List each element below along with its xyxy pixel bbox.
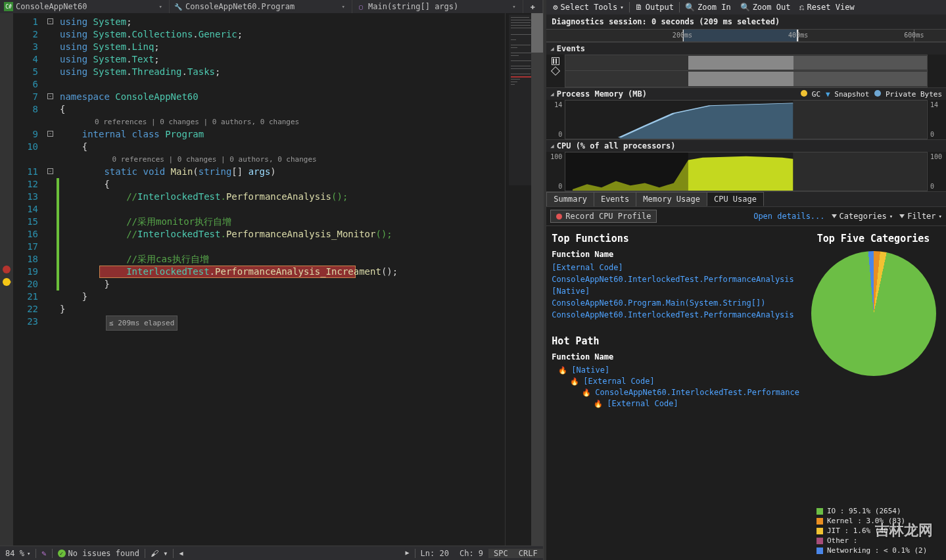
filter-dropdown[interactable]: Filter▾ xyxy=(899,212,942,221)
memory-section: ◢Process Memory (MB) GC ▼ Snapshot Priva… xyxy=(546,87,946,139)
split-editor-button[interactable]: ✚ xyxy=(523,0,543,13)
svg-rect-4 xyxy=(565,152,688,191)
function-link[interactable]: ConsoleAppNet60.InterlockedTest.Performa… xyxy=(595,388,799,397)
zoom-in-icon: 🔍 xyxy=(685,3,695,12)
memory-chart[interactable] xyxy=(565,100,928,139)
privatebytes-swatch-icon xyxy=(874,90,881,97)
record-icon xyxy=(556,214,562,220)
breadcrumb-class-label: ConsoleAppNet60.Program xyxy=(185,2,295,11)
status-bar: 84 %▾ ✎ ✓No issues found 🖌 ▾ ◀ ▶ Ln: 20 … xyxy=(0,546,543,560)
output-button[interactable]: 🗎Output xyxy=(631,1,678,13)
breakpoint-event-icon[interactable] xyxy=(551,66,560,76)
gear-icon: ⚙ xyxy=(553,3,557,12)
zoom-level[interactable]: 84 %▾ xyxy=(0,546,35,560)
current-statement-marker[interactable] xyxy=(3,278,11,286)
function-link[interactable]: [External Code] xyxy=(607,399,678,408)
funnel-icon xyxy=(899,214,905,218)
chevron-down-icon[interactable]: ▾ xyxy=(509,3,518,10)
breadcrumb-class[interactable]: 🔧 ConsoleAppNet60.Program ▾ xyxy=(170,0,352,13)
legend-swatch xyxy=(816,538,823,544)
categories-pie-chart[interactable] xyxy=(811,251,936,376)
open-details-link[interactable]: Open details... xyxy=(753,212,824,221)
gc-swatch-icon xyxy=(801,90,807,97)
csharp-file-icon: C# xyxy=(4,2,13,11)
collapse-icon[interactable]: ◢ xyxy=(550,91,554,97)
hot-path-row[interactable]: 🔥[External Code] xyxy=(552,377,799,386)
svg-marker-1 xyxy=(620,103,793,139)
chevron-down-icon[interactable]: ▾ xyxy=(156,3,165,10)
zoom-in-button[interactable]: 🔍Zoom In xyxy=(681,1,735,13)
overview-ruler[interactable]: ▾ xyxy=(505,13,543,546)
code-area[interactable]: 1234567891011121314151617181920212223 --… xyxy=(0,13,543,546)
diagnostics-pane: ⚙Select Tools▾ 🗎Output 🔍Zoom In 🔍Zoom Ou… xyxy=(546,0,946,560)
hot-path-row[interactable]: 🔥[External Code] xyxy=(552,399,799,408)
svg-rect-0 xyxy=(793,101,927,139)
pause-icon[interactable] xyxy=(552,57,559,65)
hot-path-row[interactable]: 🔥[Native] xyxy=(552,365,799,375)
tab-events[interactable]: Events xyxy=(594,192,636,206)
feedback-icon[interactable]: ✎ xyxy=(36,546,51,560)
hot-path-row[interactable]: 🔥ConsoleAppNet60.InterlockedTest.Perform… xyxy=(552,388,799,397)
function-link[interactable]: ConsoleAppNet60.InterlockedTest.Performa… xyxy=(552,275,799,284)
vertical-scrollbar-thumb[interactable] xyxy=(531,13,543,53)
scroll-right-icon[interactable]: ▶ xyxy=(400,549,415,556)
watermark: 吉林龙网 xyxy=(875,521,933,540)
cursor-line[interactable]: Ln: 20 xyxy=(415,549,454,558)
legend-swatch xyxy=(816,528,823,534)
diag-timeline[interactable]: 200ms 400ms 600ms xyxy=(546,29,946,42)
function-link[interactable]: [External Code] xyxy=(583,377,654,386)
issues-status[interactable]: ✓No issues found xyxy=(53,546,145,560)
tab-summary[interactable]: Summary xyxy=(546,192,594,206)
function-name-header[interactable]: Function Name xyxy=(552,250,799,259)
events-lane[interactable] xyxy=(565,55,928,87)
events-section: ◢Events xyxy=(546,42,946,87)
record-cpu-button[interactable]: Record CPU Profile xyxy=(550,210,657,223)
categories-dropdown[interactable]: Categories▾ xyxy=(832,212,893,221)
brush-icon[interactable]: 🖌 ▾ xyxy=(145,546,173,560)
diag-tabs: Summary Events Memory Usage CPU Usage xyxy=(546,191,946,207)
method-icon: ▢ xyxy=(356,2,366,11)
zoom-out-icon: 🔍 xyxy=(740,3,750,12)
diag-toolbar: ⚙Select Tools▾ 🗎Output 🔍Zoom In 🔍Zoom Ou… xyxy=(546,0,946,14)
line-ending[interactable]: CRLF xyxy=(513,549,543,558)
events-label: Events xyxy=(557,44,585,53)
fold-gutter[interactable]: ---- xyxy=(46,13,57,546)
flame-icon: 🔥 xyxy=(594,400,603,408)
flame-icon: 🔥 xyxy=(558,366,567,375)
legend-swatch xyxy=(816,518,823,525)
function-link[interactable]: [External Code] xyxy=(552,263,799,272)
code-body[interactable]: using System;using System.Collections.Ge… xyxy=(60,13,505,546)
tab-cpu-usage[interactable]: CPU Usage xyxy=(707,192,764,206)
zoom-out-button[interactable]: 🔍Zoom Out xyxy=(736,1,795,13)
scroll-left-icon[interactable]: ◀ xyxy=(174,546,188,560)
breakpoint-marker[interactable] xyxy=(3,266,11,273)
flame-icon: 🔥 xyxy=(582,388,591,397)
indent-mode[interactable]: SPC xyxy=(488,549,513,558)
reset-view-icon: ⎌ xyxy=(799,3,804,12)
hot-path-heading: Hot Path xyxy=(552,335,799,347)
select-tools-button[interactable]: ⚙Select Tools▾ xyxy=(549,1,627,13)
collapse-icon[interactable]: ◢ xyxy=(550,45,554,52)
split-icon: ✚ xyxy=(531,2,535,11)
legend-item[interactable]: IO : 95.1% (2654) xyxy=(816,507,942,515)
breadcrumb-method[interactable]: ▢ Main(string[] args) ▾ xyxy=(352,0,523,13)
function-link[interactable]: ConsoleAppNet60.Program.Main(System.Stri… xyxy=(552,298,799,308)
reset-view-button[interactable]: ⎌Reset View xyxy=(795,1,858,13)
function-link[interactable]: [Native] xyxy=(571,365,609,375)
cursor-col[interactable]: Ch: 9 xyxy=(454,549,488,558)
breakpoint-gutter[interactable] xyxy=(0,13,13,546)
tab-memory-usage[interactable]: Memory Usage xyxy=(636,192,707,206)
breadcrumb-bar: C# ConsoleAppNet60 ▾ 🔧 ConsoleAppNet60.P… xyxy=(0,0,543,13)
svg-rect-2 xyxy=(793,152,927,191)
breadcrumb-file[interactable]: C# ConsoleAppNet60 ▾ xyxy=(0,0,170,13)
check-icon: ✓ xyxy=(58,549,66,557)
function-name-header[interactable]: Function Name xyxy=(552,352,799,362)
vertical-scrollbar[interactable] xyxy=(531,13,543,546)
class-icon: 🔧 xyxy=(174,2,183,11)
chevron-down-icon[interactable]: ▾ xyxy=(339,3,348,10)
function-link[interactable]: [Native] xyxy=(552,287,799,296)
cpu-chart[interactable] xyxy=(565,152,928,191)
function-link[interactable]: ConsoleAppNet60.InterlockedTest.Performa… xyxy=(552,310,799,319)
legend-item[interactable]: Networking : < 0.1% (2) xyxy=(816,546,942,555)
collapse-icon[interactable]: ◢ xyxy=(550,143,554,149)
